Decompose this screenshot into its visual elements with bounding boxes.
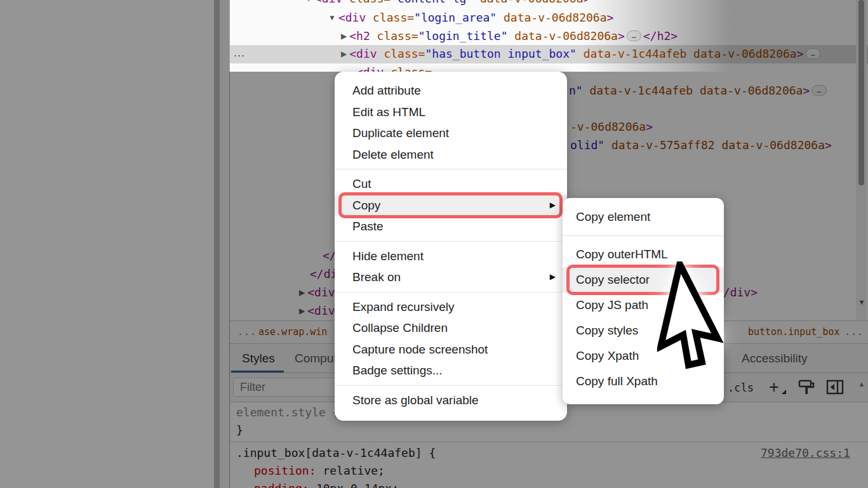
code-value: n" bbox=[569, 84, 590, 97]
code-attr: class= bbox=[384, 47, 425, 60]
menu-item-badge-settings[interactable]: Badge settings... bbox=[335, 360, 567, 381]
menu-item-label: Copy element bbox=[576, 210, 650, 223]
css-property-position[interactable]: position: relative; bbox=[254, 462, 385, 480]
menu-item-label: Copy JS path bbox=[576, 298, 648, 312]
window-divider bbox=[214, 0, 220, 488]
code-attr: class= bbox=[349, 0, 391, 5]
code-tag: > bbox=[646, 120, 653, 133]
menu-item-label: Hide element bbox=[352, 249, 424, 263]
menu-item-label: Duplicate element bbox=[352, 126, 449, 140]
menu-item-copy[interactable]: Copy▶ bbox=[335, 195, 567, 216]
menu-item-label: Edit as HTML bbox=[352, 105, 425, 119]
menu-separator bbox=[335, 241, 567, 242]
menu-item-label: Capture node screenshot bbox=[352, 343, 488, 356]
tree-row[interactable]: ▶<h2 class="login_title" data-v-06d8206a… bbox=[230, 27, 868, 46]
menu-separator bbox=[335, 169, 567, 169]
code-tag: </h2> bbox=[643, 29, 678, 43]
context-menu: Add attributeEdit as HTMLDuplicate eleme… bbox=[335, 72, 567, 421]
devtools-screenshot: ▼<div class="content lg" data-v-06d8206a… bbox=[0, 0, 868, 488]
menu-item-label: Expand recursively bbox=[352, 300, 455, 313]
css-source-link[interactable]: 793de70.css:1 bbox=[761, 444, 850, 462]
menu-item-copy-element[interactable]: Copy element bbox=[563, 204, 724, 230]
code-attr: data-v-06d8206a bbox=[497, 11, 606, 24]
paint-roller-icon[interactable] bbox=[798, 379, 815, 399]
tab-accessibility[interactable]: Accessibility bbox=[742, 344, 807, 373]
code-attr: data-v-575aff82 data-v-06d8206a bbox=[611, 138, 825, 152]
tree-scrollbar-thumb[interactable] bbox=[858, 0, 864, 185]
menu-item-edit-as-html[interactable]: Edit as HTML bbox=[335, 102, 567, 123]
menu-item-paste[interactable]: Paste bbox=[335, 216, 567, 237]
inspected-page-background bbox=[0, 0, 214, 488]
expand-shorthand-icon[interactable]: ▶ bbox=[310, 485, 315, 488]
menu-item-cut[interactable]: Cut bbox=[335, 173, 567, 195]
code-value: "has_button input_box" bbox=[425, 47, 576, 60]
inline-content-ellipsis-badge[interactable]: … bbox=[811, 85, 826, 96]
code-attr: -v-06d8206a bbox=[570, 120, 646, 133]
code-tag: > bbox=[797, 47, 804, 60]
code-tag: <div bbox=[307, 304, 335, 317]
menu-item-duplicate-element[interactable]: Duplicate element bbox=[335, 122, 567, 144]
tree-row-selected[interactable]: ▶<div class="has_button input_box" data-… bbox=[230, 45, 868, 63]
collapse-arrow-icon[interactable]: ▶ bbox=[299, 307, 305, 315]
new-style-rule-button[interactable]: + bbox=[769, 374, 779, 400]
breadcrumb-item-input-box[interactable]: button.input_box bbox=[748, 321, 840, 343]
menu-item-capture-node-screenshot[interactable]: Capture node screenshot bbox=[335, 339, 567, 360]
expand-arrow-icon[interactable]: ▼ bbox=[328, 13, 336, 22]
code-tag: > bbox=[825, 138, 832, 152]
element-style-rule[interactable]: element.style { bbox=[236, 404, 340, 421]
css-property-padding[interactable]: padding:▶10px 0 14px; bbox=[254, 480, 399, 488]
code-value: "content lg" bbox=[391, 0, 473, 5]
css-rule-selector[interactable]: .input_box[data-v-1c44afeb] { bbox=[236, 444, 436, 462]
sidebar-toggle-icon[interactable] bbox=[826, 379, 844, 397]
tree-row[interactable]: ▼<div class="login_area" data-v-06d8206a… bbox=[230, 9, 868, 27]
menu-item-store-as-global-variable[interactable]: Store as global variable bbox=[335, 390, 567, 411]
code-attr: data-v-06d8206a bbox=[473, 0, 583, 5]
menu-item-label: Collapse Children bbox=[352, 321, 448, 334]
menu-separator bbox=[563, 235, 724, 236]
element-style-close-brace: } bbox=[236, 421, 243, 439]
menu-item-collapse-children[interactable]: Collapse Children bbox=[335, 317, 567, 339]
node-more-actions-icon[interactable]: ... bbox=[234, 45, 245, 63]
element-classes-button[interactable]: .cls bbox=[728, 378, 754, 397]
collapse-arrow-icon[interactable]: ▶ bbox=[341, 32, 347, 41]
menu-item-delete-element[interactable]: Delete element bbox=[335, 144, 567, 166]
inline-content-ellipsis-badge[interactable]: … bbox=[806, 48, 820, 59]
tree-row[interactable]: ▼<div class="content lg" data-v-06d8206a… bbox=[230, 0, 868, 8]
menu-item-break-on[interactable]: Break on▶ bbox=[335, 267, 567, 288]
menu-item-label: Add attribute bbox=[352, 84, 421, 97]
code-value: "login_title" bbox=[418, 29, 508, 43]
tree-scroll-down-icon[interactable]: ▼ bbox=[857, 298, 866, 307]
menu-item-expand-recursively[interactable]: Expand recursively bbox=[335, 296, 567, 318]
inline-content-ellipsis-badge[interactable]: … bbox=[627, 30, 641, 41]
breadcrumb-item-wrap[interactable]: ase.wrap.win bbox=[258, 321, 327, 343]
menu-separator bbox=[335, 292, 567, 293]
menu-item-label: Copy styles bbox=[576, 324, 638, 337]
menu-item-label: Copy Xpath bbox=[576, 349, 639, 362]
menu-item-copy-full-xpath[interactable]: Copy full Xpath bbox=[563, 369, 724, 394]
menu-item-label: Cut bbox=[352, 177, 371, 190]
new-rule-dropdown-icon bbox=[782, 390, 786, 394]
code-attr: class= bbox=[373, 11, 414, 24]
menu-separator bbox=[335, 385, 567, 386]
menu-item-label: Delete element bbox=[352, 148, 434, 161]
code-tag: > bbox=[803, 84, 810, 97]
code-attr: data-v-06d8206a bbox=[508, 29, 618, 43]
collapse-arrow-icon[interactable]: ▶ bbox=[341, 49, 347, 58]
menu-item-add-attribute[interactable]: Add attribute bbox=[335, 80, 567, 102]
code-value: olid" bbox=[570, 138, 611, 152]
submenu-arrow-icon: ▶ bbox=[550, 267, 556, 288]
breadcrumb-trailing-icon[interactable]: ... bbox=[845, 321, 864, 343]
code-attr: data-v-1c44afeb data-v-06d8206a bbox=[590, 84, 803, 97]
tab-styles[interactable]: Styles bbox=[242, 344, 275, 373]
code-tag: <div bbox=[338, 11, 373, 24]
rule-separator bbox=[230, 442, 868, 442]
styles-scroll-up-icon[interactable]: ▲ bbox=[857, 379, 866, 388]
code-attr: class= bbox=[377, 29, 418, 43]
page-scrollbar[interactable] bbox=[220, 0, 229, 488]
code-tag: > bbox=[607, 11, 614, 24]
submenu-arrow-icon: ▶ bbox=[550, 195, 556, 216]
breadcrumb-overflow-icon[interactable]: ... bbox=[237, 321, 257, 343]
expand-arrow-icon[interactable]: ▼ bbox=[305, 0, 312, 3]
menu-item-hide-element[interactable]: Hide element bbox=[335, 246, 567, 267]
code-tag: <div bbox=[349, 47, 384, 60]
